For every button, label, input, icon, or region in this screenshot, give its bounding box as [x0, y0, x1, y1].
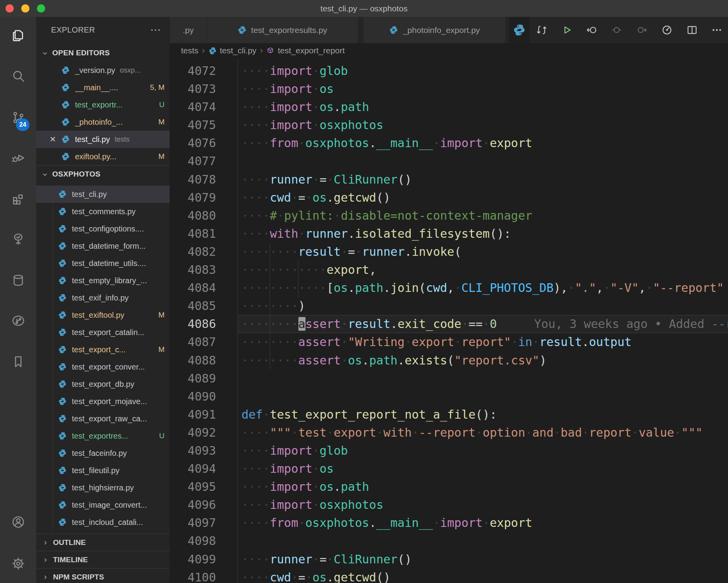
- breadcrumb-item[interactable]: test_export_report: [266, 46, 344, 55]
- code-line-4089[interactable]: 4089: [170, 370, 728, 388]
- breadcrumb-item[interactable]: test_cli.py: [209, 46, 256, 55]
- close-window-button[interactable]: [5, 4, 14, 13]
- activity-extensions-icon[interactable]: [0, 185, 36, 212]
- tree-item[interactable]: test_configoptions....: [36, 220, 170, 237]
- section-outline[interactable]: OUTLINE: [36, 534, 170, 551]
- python-icon: [61, 152, 70, 161]
- activity-search-icon[interactable]: [0, 62, 36, 89]
- tree-item[interactable]: test_export_raw_ca...: [36, 410, 170, 427]
- open-editor-item[interactable]: _photoinfo_...M: [36, 113, 170, 131]
- tree-item[interactable]: test_export_c...M: [36, 341, 170, 358]
- action-sync-changes-icon[interactable]: [534, 17, 549, 43]
- action-python-logo-icon[interactable]: [509, 17, 529, 43]
- open-editor-item[interactable]: _version.pyosxp...: [36, 62, 170, 79]
- explorer-more-actions-icon[interactable]: ⋯: [150, 26, 161, 34]
- section-timeline[interactable]: TIMELINE: [36, 551, 170, 568]
- open-editor-item[interactable]: ✕test_cli.pytests: [36, 131, 170, 148]
- code-line-4084[interactable]: 4084············[os.path.join(cwd,·CLI_P…: [170, 279, 728, 297]
- code-line-4079[interactable]: 4079····cwd·=·os.getcwd(): [170, 189, 728, 207]
- tab-.py[interactable]: .py: [170, 17, 207, 43]
- tree-item[interactable]: test_faceinfo.py: [36, 445, 170, 462]
- open-editor-item[interactable]: __main__....5, M: [36, 79, 170, 96]
- tree-item[interactable]: test_comments.py: [36, 203, 170, 220]
- activity-settings-gear-icon[interactable]: [0, 550, 36, 577]
- line-content: ········): [238, 297, 728, 315]
- tree-item[interactable]: test_exif_info.py: [36, 289, 170, 306]
- code-line-4082[interactable]: 4082········result·=·runner.invoke(: [170, 243, 728, 261]
- minimize-window-button[interactable]: [21, 4, 29, 13]
- code-line-4074[interactable]: 4074····import·os.path: [170, 98, 728, 116]
- sync-changes-icon: [536, 24, 548, 36]
- tree-item[interactable]: test_image_convert...: [36, 496, 170, 514]
- code-line-4088[interactable]: 4088········assert·os.path.exists("repor…: [170, 352, 728, 370]
- open-editors-section-header[interactable]: OPEN EDITORS: [36, 44, 170, 62]
- breadcrumb-item[interactable]: tests: [181, 46, 198, 55]
- code-line-4095[interactable]: 4095····import·os.path: [170, 478, 728, 496]
- activity-files-icon[interactable]: [0, 21, 36, 49]
- code-line-4075[interactable]: 4075····import·osxphotos: [170, 116, 728, 134]
- code-line-4078[interactable]: 4078····runner·=·CliRunner(): [170, 171, 728, 189]
- code-line-4087[interactable]: 4087········assert·"Writing·export·repor…: [170, 333, 728, 351]
- code-line-4091[interactable]: 4091def·test_export_report_not_a_file():: [170, 406, 728, 424]
- python-icon: [58, 259, 67, 268]
- code-line-4073[interactable]: 4073····import·os: [170, 80, 728, 98]
- activity-gitlens-icon[interactable]: [0, 307, 36, 334]
- tree-item[interactable]: test_exportres...U: [36, 427, 170, 445]
- tree-item[interactable]: test_datetime_form...: [36, 237, 170, 255]
- code-line-4092[interactable]: 4092····"""·test·export·with·--report·op…: [170, 424, 728, 442]
- code-line-4086[interactable]: 4086········assert·result.exit_code·==·0…: [170, 315, 728, 333]
- code-line-4100[interactable]: 4100····cwd·=·os.getcwd(): [170, 568, 728, 583]
- code-line-4094[interactable]: 4094····import·os: [170, 460, 728, 478]
- section-npm-scripts[interactable]: NPM SCRIPTS: [36, 568, 170, 583]
- activity-account-icon[interactable]: [0, 508, 36, 536]
- code-line-4096[interactable]: 4096····import·osxphotos: [170, 496, 728, 514]
- tree-item[interactable]: test_exiftool.pyM: [36, 306, 170, 324]
- tree-item[interactable]: test_fileutil.py: [36, 462, 170, 479]
- tree-item[interactable]: test_datetime_utils....: [36, 255, 170, 272]
- action-debug-circle-icon[interactable]: [609, 17, 624, 43]
- code-line-4090[interactable]: 4090: [170, 388, 728, 406]
- code-line-4081[interactable]: 4081····with·runner.isolated_filesystem(…: [170, 225, 728, 243]
- close-icon[interactable]: ✕: [49, 135, 61, 143]
- open-editor-item[interactable]: exiftool.py...M: [36, 148, 170, 165]
- code-line-4097[interactable]: 4097····from·osxphotos.__main__·import·e…: [170, 514, 728, 532]
- git-status-badge: M: [158, 345, 165, 354]
- code-line-4085[interactable]: 4085········): [170, 297, 728, 315]
- activity-run-debug-icon[interactable]: [0, 144, 36, 171]
- action-profile-run-icon[interactable]: [659, 17, 675, 43]
- code-line-4083[interactable]: 4083············export,: [170, 261, 728, 279]
- code-line-4093[interactable]: 4093····import·glob: [170, 442, 728, 460]
- tree-item[interactable]: test_cli.py: [36, 186, 170, 203]
- tab-test_exportresults.py[interactable]: test_exportresults.py: [207, 17, 358, 43]
- tree-item[interactable]: test_export_catalin...: [36, 324, 170, 341]
- source-control-badge: 24: [16, 118, 29, 131]
- code-line-4072[interactable]: 4072····import·glob: [170, 62, 728, 80]
- zoom-window-button[interactable]: [37, 4, 45, 13]
- tree-item[interactable]: test_highsierra.py: [36, 479, 170, 496]
- action-split-editor-icon[interactable]: [684, 17, 700, 43]
- breadcrumb: tests›test_cli.py›test_export_report: [170, 43, 728, 58]
- tree-item[interactable]: test_export_conver...: [36, 358, 170, 375]
- action-run-python-file-icon[interactable]: [559, 17, 574, 43]
- code-line-4076[interactable]: 4076····from·osxphotos.__main__·import·e…: [170, 134, 728, 152]
- code-line-4098[interactable]: 4098: [170, 532, 728, 550]
- action-more-actions-icon[interactable]: [709, 17, 724, 43]
- activity-test-explorer-icon[interactable]: [0, 225, 36, 253]
- action-debug-step-over-icon[interactable]: [634, 17, 649, 43]
- action-debug-step-back-icon[interactable]: [584, 17, 600, 43]
- tree-item[interactable]: test_incloud_catali...: [36, 514, 170, 531]
- tree-item[interactable]: test_empty_library_...: [36, 272, 170, 289]
- activity-bookmark-icon[interactable]: [0, 348, 36, 375]
- code-line-4080[interactable]: 4080····#·pylint:·disable=not-context-ma…: [170, 207, 728, 225]
- python-icon: [61, 66, 70, 75]
- tree-item[interactable]: test_export_mojave...: [36, 393, 170, 410]
- chevron-right-icon: [42, 574, 48, 580]
- tab-_photoinfo_export.py[interactable]: _photoinfo_export.py: [363, 17, 505, 43]
- open-editor-item[interactable]: test_exportr...U: [36, 96, 170, 113]
- activity-database-icon[interactable]: [0, 266, 36, 294]
- code-line-4099[interactable]: 4099····runner·=·CliRunner(): [170, 550, 728, 568]
- code-editor[interactable]: 4072····import·glob4073····import·os4074…: [170, 58, 728, 583]
- code-line-4077[interactable]: 4077: [170, 152, 728, 170]
- project-section-header[interactable]: OSXPHOTOS: [36, 165, 170, 183]
- tree-item[interactable]: test_export_db.py: [36, 375, 170, 393]
